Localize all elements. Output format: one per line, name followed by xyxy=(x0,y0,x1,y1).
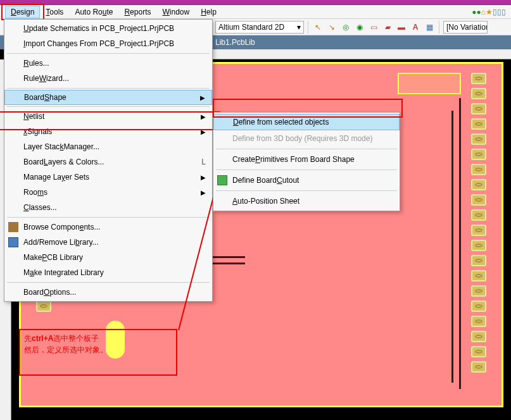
menu-make-pcb-library[interactable]: Make PCB LibraryMake PCB Library xyxy=(4,250,212,265)
menu-tools[interactable]: ToolsTools xyxy=(40,6,69,18)
doc3-icon[interactable]: ▯ xyxy=(502,8,506,16)
component xyxy=(398,73,461,94)
pad xyxy=(471,225,486,236)
submenu-arrow-icon: ▶ xyxy=(201,189,206,196)
window-titlebar xyxy=(0,0,511,5)
menu-window[interactable]: WindowWindow xyxy=(156,6,195,18)
pad xyxy=(471,194,486,206)
design-dropdown-menu: Update Schematics in PCB_Project1.PrjPCB… xyxy=(4,19,213,302)
menu-autoroute[interactable]: Auto RouteAuto Route xyxy=(69,6,118,18)
menu-rule-wizard[interactable]: Rule Wizard...Rule Wizard... xyxy=(4,71,212,86)
submenu-arrow-icon: ▶ xyxy=(201,113,206,120)
pad xyxy=(471,346,486,357)
submenu-create-primitives[interactable]: Create Primitives From Board ShapeCreate… xyxy=(213,151,400,168)
submenu-arrow-icon: ▶ xyxy=(201,128,206,135)
menu-netlist[interactable]: NetlistNetlist▶ xyxy=(4,109,212,124)
menu-reports[interactable]: ReportsReports xyxy=(118,6,156,18)
tool-comp-icon[interactable]: ▦ xyxy=(424,22,435,33)
menu-design[interactable]: DDesignesign xyxy=(5,6,40,18)
menu-xsignals[interactable]: xSignalsxSignals▶ xyxy=(4,124,212,139)
pad xyxy=(471,300,486,312)
pad xyxy=(471,361,486,373)
menu-import-changes[interactable]: Import Changes From PCB_Project1.PrjPCBI… xyxy=(4,36,212,51)
annotation-text-box: 先ctrl+A选中整个板子 然后，定义所选中对象。 xyxy=(19,329,177,376)
menu-separator xyxy=(7,53,210,54)
menu-make-integrated-library[interactable]: Make Integrated LibraryMake Integrated L… xyxy=(4,265,212,280)
tool-poly-icon[interactable]: ▰ xyxy=(382,22,393,33)
pad xyxy=(471,240,486,251)
menu-separator xyxy=(7,88,210,89)
menu-board-layers[interactable]: Board Layers & Colors...Board Layers & C… xyxy=(4,154,212,170)
menu-rooms[interactable]: RoomsRooms▶ xyxy=(4,185,212,200)
variation-label: [No Variation xyxy=(446,23,488,32)
browse-components-icon xyxy=(8,222,18,232)
nav-fwd-icon[interactable]: ● xyxy=(477,8,481,16)
tool-line-icon[interactable]: ↘ xyxy=(326,22,338,33)
menu-browse-components[interactable]: Browse Components...Browse Components... xyxy=(4,219,212,235)
trace xyxy=(459,98,461,389)
pad xyxy=(471,316,486,327)
menu-separator xyxy=(7,106,210,107)
view-mode-select[interactable]: Altium Standard 2D ▾ xyxy=(215,21,304,34)
dropdown-arrow-icon: ▾ xyxy=(297,23,301,32)
menu-separator xyxy=(216,170,397,170)
pad xyxy=(471,285,486,297)
pad xyxy=(36,300,51,312)
menu-board-options[interactable]: Board Options...Board Options... xyxy=(4,285,212,300)
annotation-line2: 然后，定义所选中对象。 xyxy=(24,344,172,355)
menu-rules[interactable]: Rules...Rules... xyxy=(4,56,212,71)
pad xyxy=(471,209,486,221)
library-icon xyxy=(8,237,18,247)
submenu-arrow-icon: ▶ xyxy=(200,94,205,101)
submenu-define-cutout[interactable]: Define Board CutoutDefine Board Cutout xyxy=(213,172,400,188)
tool-region-icon[interactable]: ▬ xyxy=(396,22,407,33)
variation-select[interactable]: [No Variation xyxy=(443,21,488,34)
submenu-define-3d: Define from 3D body (Requires 3D mode)De… xyxy=(213,130,400,147)
board-shape-submenu: Define from selected objectsDefine from … xyxy=(213,112,400,211)
menu-manage-layer-sets[interactable]: Manage Layer SetsManage Layer Sets▶ xyxy=(4,170,212,185)
pad xyxy=(471,88,486,99)
submenu-define-selected[interactable]: Define from selected objectsDefine from … xyxy=(213,114,400,130)
shortcut-label: L xyxy=(201,158,206,166)
view-mode-label: Altium Standard 2D xyxy=(218,23,284,32)
submenu-arrow-icon: ▶ xyxy=(201,174,206,181)
menu-board-shape[interactable]: Board ShapeBoard Shape▶ xyxy=(4,90,212,105)
pad xyxy=(471,118,486,130)
pad xyxy=(471,179,486,190)
home-icon[interactable]: ⌂ xyxy=(481,8,486,16)
tool-pad-icon[interactable]: ◉ xyxy=(354,22,365,33)
nav-back-icon[interactable]: ● xyxy=(472,8,476,16)
cutout-icon xyxy=(217,175,227,185)
pad xyxy=(471,103,486,114)
menu-update-schematics[interactable]: Update Schematics in PCB_Project1.PrjPCB… xyxy=(4,21,212,36)
menu-add-remove-library[interactable]: Add/Remove Library...Add/Remove Library.… xyxy=(4,235,212,250)
menubar: DDesignesign ToolsTools Auto RouteAuto R… xyxy=(0,5,511,19)
annotation-line1: 先ctrl+A选中整个板子 xyxy=(24,333,172,344)
menu-help[interactable]: HelpHelp xyxy=(195,6,222,18)
pad xyxy=(471,255,486,266)
favorite-icon[interactable]: ★ xyxy=(486,8,493,16)
pad xyxy=(471,270,486,281)
menu-separator xyxy=(7,282,210,283)
menu-classes[interactable]: Classes...Classes... xyxy=(4,200,212,215)
tool-via-icon[interactable]: ◎ xyxy=(340,22,351,33)
menu-separator xyxy=(216,149,397,149)
tool-rect-icon[interactable]: ▭ xyxy=(368,22,379,33)
menu-separator xyxy=(216,190,397,191)
tool-text-icon[interactable]: A xyxy=(410,22,421,33)
submenu-auto-position[interactable]: Auto-Position SheetAuto-Position Sheet xyxy=(213,193,400,209)
menu-layer-stack[interactable]: Layer Stack Manager...Layer Stack Manage… xyxy=(4,139,212,154)
pad xyxy=(471,331,486,342)
document-tab[interactable]: Lib1.PcbLib xyxy=(215,38,255,47)
tool-arrow-icon[interactable]: ↖ xyxy=(312,22,324,33)
pad xyxy=(471,73,486,84)
trace xyxy=(451,111,453,383)
doc2-icon[interactable]: ▯ xyxy=(497,8,502,16)
menu-separator xyxy=(7,217,210,218)
pad xyxy=(471,149,486,160)
pad xyxy=(471,133,486,145)
pad xyxy=(471,164,486,175)
doc1-icon[interactable]: ▯ xyxy=(493,8,497,16)
